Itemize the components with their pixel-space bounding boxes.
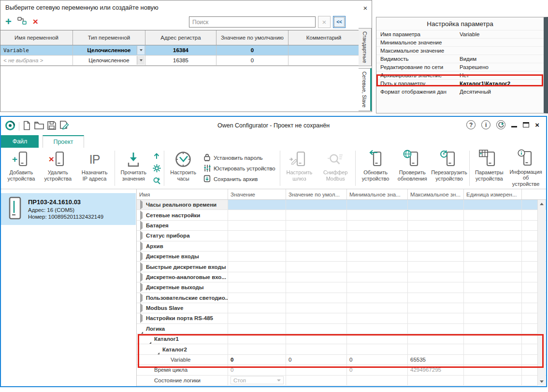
ribbon-tabs: Файл Проект xyxy=(1,135,546,148)
logic-state-dropdown[interactable]: Стоп xyxy=(231,376,284,384)
parameter-row[interactable]: Формат отображения данДесятичный xyxy=(376,87,544,96)
minimize-icon[interactable] xyxy=(511,126,517,127)
expander-collapsed-icon[interactable] xyxy=(139,202,146,208)
parameter-row[interactable]: Имя параметраVariable xyxy=(376,30,544,38)
expander-collapsed-icon[interactable] xyxy=(139,243,146,249)
param-row[interactable]: Логика xyxy=(137,324,546,334)
param-row[interactable]: Архив xyxy=(137,241,546,252)
toolbar-button-clock[interactable]: Настроить часы xyxy=(166,149,201,188)
close-icon[interactable]: × xyxy=(360,2,371,13)
expander-collapsed-icon[interactable] xyxy=(139,274,146,280)
param-col-header[interactable]: Имя xyxy=(137,189,228,199)
bind-variable-icon[interactable] xyxy=(17,17,27,27)
tab-network-slave[interactable]: Сетевые, Slave xyxy=(359,68,372,111)
param-row[interactable]: Дискретные входы xyxy=(137,252,546,262)
type-dropdown-icon[interactable] xyxy=(137,46,144,55)
toolbar-button-ip[interactable]: IPНазначить IP адреса xyxy=(76,149,113,188)
param-value-cell xyxy=(347,210,408,220)
expander-collapsed-icon[interactable] xyxy=(139,264,146,270)
device-params-icon xyxy=(481,150,497,168)
param-row[interactable]: Часы реального времени xyxy=(137,200,546,210)
toolbar-button-read-values[interactable]: Прочитать значения xyxy=(116,149,151,188)
param-col-header[interactable]: Максимальное зн... xyxy=(408,189,464,199)
parameter-row[interactable]: Максимальное значение xyxy=(376,46,544,55)
help-icon[interactable]: ? xyxy=(466,120,476,129)
write-values-icon[interactable] xyxy=(152,151,161,161)
expander-collapsed-icon[interactable] xyxy=(139,295,146,301)
search-adjust-icon[interactable] xyxy=(152,176,161,185)
param-name-cell: Дискретные выходы xyxy=(137,282,228,293)
toolbar-button-check-updates[interactable]: Проверить обновления xyxy=(394,149,431,188)
param-row[interactable]: Modbus Slave xyxy=(137,303,546,313)
search-clear-icon[interactable]: × xyxy=(318,16,331,28)
col-header-name[interactable]: Имя переменной xyxy=(0,30,73,45)
param-row[interactable]: Дискретные выходы xyxy=(137,282,546,293)
param-col-header[interactable]: Значение по умол... xyxy=(286,189,347,199)
expander-collapsed-icon[interactable] xyxy=(139,223,146,228)
scroll-up-icon[interactable] xyxy=(540,203,544,205)
collapse-button[interactable]: << xyxy=(333,16,346,28)
parameter-row[interactable]: ВидимостьВидим xyxy=(376,55,544,63)
parameter-row[interactable]: Редактирование по сетиРазрешено xyxy=(376,63,544,71)
maximize-icon[interactable] xyxy=(523,122,529,127)
archive-icon xyxy=(203,175,211,183)
toolbar-button-add-device[interactable]: +Добавить устройства xyxy=(3,149,40,188)
expander-collapsed-icon[interactable] xyxy=(139,315,146,321)
variable-type-cell: Целочисленное xyxy=(73,45,145,55)
param-value-cell xyxy=(286,272,347,282)
read-values-icon xyxy=(126,150,141,168)
toolbar-button-remove-device[interactable]: ×Удалить устройства xyxy=(40,149,76,188)
param-row[interactable]: Сетевые настройки xyxy=(137,210,546,220)
highlight-box-parameter-path xyxy=(376,74,543,86)
toolbar-button-adjust-sliders[interactable]: Юстировать устройство xyxy=(203,164,275,173)
tab-project[interactable]: Проект xyxy=(43,135,84,148)
param-col-header[interactable]: Минимальное зна... xyxy=(347,189,408,199)
type-dropdown-icon[interactable] xyxy=(137,56,144,65)
parameter-label: Видимость xyxy=(376,55,458,63)
expander-collapsed-icon[interactable] xyxy=(139,233,146,238)
check-update-icon[interactable] xyxy=(496,120,505,129)
settings-gear-icon[interactable] xyxy=(152,164,161,173)
param-value-cell xyxy=(286,262,347,272)
tab-file[interactable]: Файл xyxy=(1,135,39,148)
toolbar-button-archive[interactable]: Сохранить архив xyxy=(203,175,275,183)
param-row[interactable]: Батарея xyxy=(137,221,546,231)
info-icon[interactable]: i xyxy=(481,120,490,129)
param-col-header[interactable]: Значение xyxy=(228,189,286,199)
param-col-header[interactable]: Единица измерен... xyxy=(464,189,522,199)
param-row[interactable]: Пользовательские светодио... xyxy=(137,293,546,303)
col-header-default[interactable]: Значение по умолчанию xyxy=(216,30,288,45)
toolbar-button-lock[interactable]: Установить пароль xyxy=(203,154,275,162)
scroll-down-icon[interactable] xyxy=(540,380,544,383)
window-close-icon[interactable]: × xyxy=(535,121,539,129)
toolbar-button-update-device[interactable]: Обновить устройство xyxy=(357,149,394,188)
col-header-address[interactable]: Адрес регистра xyxy=(145,30,216,45)
toolbar-button-device-params[interactable]: Параметры устройства xyxy=(471,149,507,188)
device-item[interactable]: ПР103-24.1610.03 Адрес: 16 (COM5) Номер:… xyxy=(1,193,136,225)
expander-expanded-icon[interactable] xyxy=(139,326,146,332)
tab-standard[interactable]: Стандартные xyxy=(359,28,372,66)
toolbar-button-gateway[interactable]: Настроить шлюз xyxy=(282,149,317,188)
param-row[interactable]: Статус прибора xyxy=(137,231,546,241)
add-variable-button[interactable]: + xyxy=(5,17,12,27)
variable-row[interactable]: < не выбрана >Целочисленное163850 xyxy=(0,56,359,66)
toolbar-button-reboot-device[interactable]: Перезагрузить устройство xyxy=(431,149,467,188)
variable-row[interactable]: VariableЦелочисленное163840 xyxy=(0,45,359,56)
param-row[interactable]: Быстрые дискретные входы xyxy=(137,262,546,272)
toolbar-button-device-info[interactable]: Информация об устройстве xyxy=(507,149,544,188)
param-value-cell xyxy=(228,231,286,241)
col-header-comment[interactable]: Комментарий xyxy=(288,30,359,45)
col-header-type[interactable]: Тип переменной xyxy=(73,30,145,45)
param-row[interactable]: Дискретно-аналоговые вхо... xyxy=(137,272,546,282)
param-row[interactable]: Настройки порта RS-485 xyxy=(137,313,546,323)
parameter-row[interactable]: Минимальное значение xyxy=(376,38,544,46)
toolbar-button-sniffer[interactable]: Сниффер Modbus xyxy=(317,149,354,188)
param-value-cell xyxy=(347,200,408,210)
expander-collapsed-icon[interactable] xyxy=(139,305,146,311)
expander-collapsed-icon[interactable] xyxy=(139,212,146,218)
delete-variable-button[interactable]: × xyxy=(33,17,38,27)
expander-collapsed-icon[interactable] xyxy=(139,284,146,290)
param-row[interactable]: Состояние логикиСтоп xyxy=(137,376,546,386)
expander-collapsed-icon[interactable] xyxy=(139,253,146,259)
search-input[interactable] xyxy=(189,16,316,28)
